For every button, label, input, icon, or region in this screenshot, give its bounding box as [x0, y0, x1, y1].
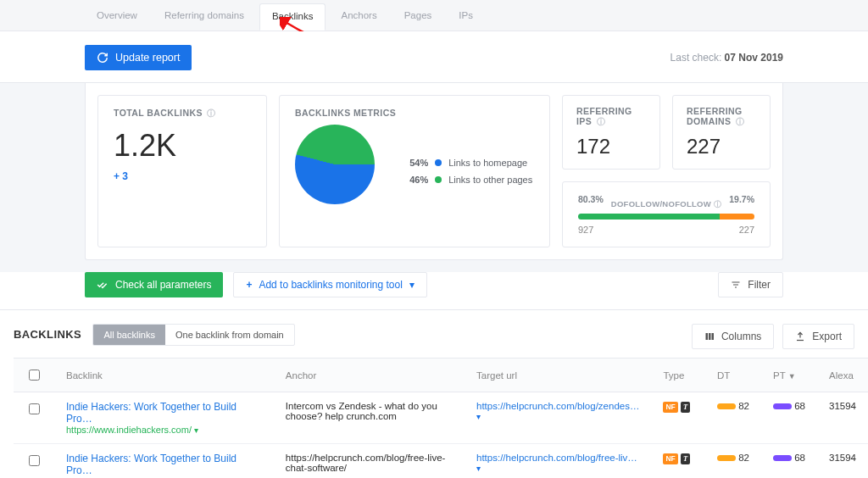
dot-icon	[435, 176, 442, 183]
backlink-domain[interactable]: https://www.indiehackers.com/ ▾	[66, 425, 262, 435]
row-checkbox[interactable]	[29, 403, 40, 414]
backlinks-table: Backlink Anchor Target url Type DT PT ▼ …	[14, 358, 868, 478]
nofollow-count: 227	[739, 225, 754, 235]
backlink-title[interactable]: Indie Hackers: Work Together to Build Pr…	[66, 401, 262, 425]
double-check-icon	[97, 279, 108, 291]
help-icon[interactable]: ⓘ	[207, 108, 215, 118]
svg-rect-5	[711, 333, 714, 340]
alexa-value: 31594	[817, 392, 868, 444]
tab-overview[interactable]: Overview	[85, 3, 149, 31]
tabs-bar: Overview Referring domains Backlinks Anc…	[0, 0, 868, 31]
svg-rect-4	[709, 333, 711, 340]
chevron-down-icon: ▾	[409, 279, 415, 291]
dt-bar	[717, 455, 736, 461]
referring-domains-value: 227	[687, 135, 756, 158]
card-referring-ips: REFERRING IPS ⓘ 172	[562, 95, 660, 170]
col-dt[interactable]: DT	[705, 358, 761, 392]
svg-rect-3	[705, 333, 708, 340]
export-button[interactable]: Export	[782, 324, 854, 349]
text-type-icon: T	[681, 402, 690, 413]
nofollow-pct: 19.7%	[729, 194, 754, 214]
tab-backlinks[interactable]: Backlinks	[259, 3, 326, 31]
summary-cards: TOTAL BACKLINKS ⓘ 1.2K + 3 BACKLINKS MET…	[85, 83, 783, 260]
follow-badge: NF	[663, 453, 677, 464]
seg-all-backlinks[interactable]: All backlinks	[93, 325, 165, 345]
refresh-icon	[97, 52, 108, 64]
help-icon[interactable]: ⓘ	[736, 117, 744, 126]
target-url[interactable]: https://helpcrunch.com/blog/free-liv…	[476, 453, 637, 463]
backlink-title[interactable]: Indie Hackers: Work Together to Build Pr…	[66, 453, 262, 476]
anchor-text: Intercom vs Zendesk - what do you choose…	[274, 392, 465, 444]
dt-value: 82	[738, 401, 749, 411]
tab-anchors[interactable]: Anchors	[329, 3, 388, 31]
chevron-down-icon[interactable]: ▾	[194, 425, 198, 435]
columns-icon	[704, 331, 715, 342]
chevron-down-icon[interactable]: ▾	[476, 464, 481, 473]
chevron-down-icon[interactable]: ▾	[476, 412, 481, 421]
export-icon	[795, 331, 805, 342]
col-type[interactable]: Type	[651, 358, 705, 392]
table-row: Indie Hackers: Work Together to Build Pr…	[14, 444, 868, 479]
help-icon[interactable]: ⓘ	[597, 117, 605, 126]
plus-icon: +	[246, 279, 252, 291]
select-all-checkbox[interactable]	[29, 370, 40, 381]
last-check: Last check: 07 Nov 2019	[670, 52, 783, 64]
card-referring-domains: REFERRING DOMAINS ⓘ 227	[672, 95, 771, 170]
columns-button[interactable]: Columns	[692, 324, 774, 349]
target-url[interactable]: https://helpcrunch.com/blog/zendes…	[476, 401, 639, 411]
tab-referring-domains[interactable]: Referring domains	[153, 3, 256, 31]
section-title: BACKLINKS	[14, 328, 81, 341]
view-segment: All backlinks One backlink from domain	[92, 324, 294, 346]
card-follow-ratio: 80.3% DOFOLLOW/NOFOLLOW ⓘ 19.7% 927 227	[562, 181, 771, 247]
dt-bar	[717, 403, 736, 409]
pt-bar	[773, 455, 792, 461]
alexa-value: 31594	[817, 444, 868, 479]
col-target[interactable]: Target url	[465, 358, 651, 392]
tab-ips[interactable]: IPs	[447, 3, 485, 31]
pt-value: 68	[794, 401, 805, 411]
pt-bar	[773, 403, 792, 409]
actions-toolbar: Check all parameters + Add to backlinks …	[0, 272, 868, 310]
total-backlinks-value: 1.2K	[114, 128, 251, 164]
legend-other: 46% Links to other pages	[409, 175, 532, 185]
update-report-button[interactable]: Update report	[85, 45, 192, 70]
add-to-monitoring-button[interactable]: + Add to backlinks monitoring tool ▾	[233, 272, 426, 297]
dofollow-count: 927	[578, 225, 593, 235]
check-all-parameters-button[interactable]: Check all parameters	[85, 272, 223, 297]
card-total-backlinks: TOTAL BACKLINKS ⓘ 1.2K + 3	[97, 95, 267, 247]
topbar: Update report Last check: 07 Nov 2019	[0, 31, 868, 83]
update-report-label: Update report	[115, 52, 180, 64]
col-anchor[interactable]: Anchor	[274, 358, 465, 392]
col-alexa[interactable]: Alexa	[817, 358, 868, 392]
anchor-text: https://helpcrunch.com/blog/free-live-ch…	[274, 444, 465, 479]
dt-value: 82	[738, 453, 749, 463]
pie-chart	[295, 125, 375, 204]
tab-pages[interactable]: Pages	[392, 3, 444, 31]
pt-value: 68	[794, 453, 805, 463]
col-backlink[interactable]: Backlink	[54, 358, 274, 392]
dofollow-pct: 80.3%	[578, 194, 604, 214]
row-checkbox[interactable]	[29, 455, 40, 466]
seg-one-per-domain[interactable]: One backlink from domain	[165, 325, 294, 345]
card-backlinks-metrics: BACKLINKS METRICS 54% Links to homepage …	[279, 95, 550, 247]
referring-ips-value: 172	[576, 135, 646, 158]
help-icon[interactable]: ⓘ	[714, 200, 721, 208]
follow-badge: NF	[663, 402, 677, 413]
table-row: Indie Hackers: Work Together to Build Pr…	[14, 392, 868, 444]
filter-button[interactable]: Filter	[718, 272, 783, 297]
follow-bar	[578, 214, 754, 220]
total-backlinks-delta: + 3	[114, 170, 251, 182]
col-pt[interactable]: PT ▼	[761, 358, 817, 392]
legend-homepage: 54% Links to homepage	[409, 158, 532, 168]
text-type-icon: T	[681, 453, 690, 464]
dot-icon	[435, 159, 442, 166]
backlinks-section: BACKLINKS All backlinks One backlink fro…	[0, 310, 868, 478]
filter-icon	[731, 280, 741, 290]
sort-desc-icon: ▼	[788, 372, 796, 381]
